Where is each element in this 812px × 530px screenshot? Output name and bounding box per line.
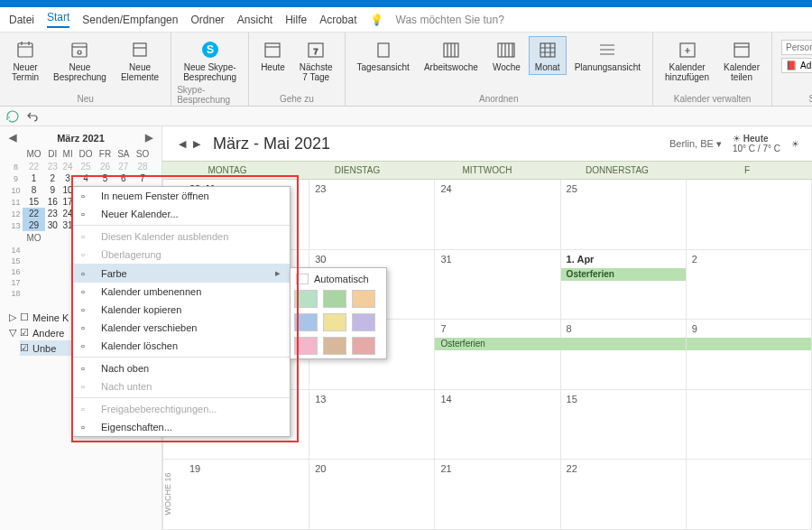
color-swatch[interactable] xyxy=(294,313,318,331)
day-cell[interactable]: 25 xyxy=(561,180,687,249)
color-swatch[interactable] xyxy=(323,337,346,355)
neue-elemente-button[interactable]: Neue Elemente xyxy=(115,36,165,85)
arbeitswoche-button[interactable]: Arbeitswoche xyxy=(418,36,484,75)
nav-day[interactable]: 22 xyxy=(23,161,45,172)
day-cell[interactable] xyxy=(687,460,812,529)
nav-day[interactable]: 15 xyxy=(23,196,45,208)
neue-besprechung-button[interactable]: Neue Besprechung xyxy=(47,36,113,85)
nav-day[interactable]: 4 xyxy=(76,172,97,184)
automatisch-item[interactable]: Automatisch xyxy=(294,272,383,286)
ctx-move[interactable]: ▫Kalender verschieben xyxy=(72,319,290,337)
day-cell[interactable]: 23 xyxy=(309,180,435,249)
adressbuch-button[interactable]: 📕Adressbuch xyxy=(781,58,812,73)
nav-day[interactable]: 23 xyxy=(45,208,60,219)
day-cell[interactable]: 7Osterferien xyxy=(435,320,560,389)
nav-day[interactable]: 28 xyxy=(133,161,152,172)
skype-besprechung-button[interactable]: SNeue Skype- Besprechung xyxy=(177,36,243,85)
location-label[interactable]: Berlin, BE ▾ xyxy=(669,138,722,150)
day-cell[interactable]: 1. AprOsterferien xyxy=(561,250,687,320)
group-label-suchen: Suchen xyxy=(809,94,812,104)
day-cell[interactable]: 24 xyxy=(435,180,560,249)
prev-month-icon[interactable]: ◀ xyxy=(9,132,16,144)
nav-day[interactable]: 30 xyxy=(45,219,60,231)
color-swatch[interactable] xyxy=(294,290,318,308)
ctx-cal[interactable]: ▫Neuer Kalender... xyxy=(72,205,290,223)
naechste-7-tage-button[interactable]: 7Nächste 7 Tage xyxy=(293,36,339,85)
menu-datei[interactable]: Datei xyxy=(9,14,34,26)
day-cell[interactable]: 2 xyxy=(687,250,812,320)
event-bar[interactable]: Osterferien xyxy=(561,268,686,281)
undo-icon[interactable] xyxy=(25,109,40,124)
day-cell[interactable]: 22 xyxy=(561,460,687,529)
woche-button[interactable]: Woche xyxy=(486,36,527,75)
neuer-termin-button[interactable]: Neuer Termin xyxy=(5,36,45,85)
menu-senden[interactable]: Senden/Empfangen xyxy=(82,14,178,26)
day-cell[interactable]: 21 xyxy=(435,460,560,529)
tagesansicht-button[interactable]: Tagesansicht xyxy=(351,36,416,75)
cal-icon: ▫ xyxy=(81,209,94,219)
planungsansicht-button[interactable]: Planungsansicht xyxy=(568,36,647,75)
color-swatch[interactable] xyxy=(294,337,318,355)
day-cell[interactable]: 9 xyxy=(687,320,812,389)
menu-acrobat[interactable]: Acrobat xyxy=(319,14,356,26)
day-cell[interactable]: 8 xyxy=(561,320,687,389)
day-cell[interactable]: 13 xyxy=(309,390,435,460)
kalender-hinzufuegen-button[interactable]: Kalender hinzufügen xyxy=(659,36,715,85)
color-swatch[interactable] xyxy=(323,290,346,308)
refresh-icon[interactable] xyxy=(5,109,20,124)
bulb-icon: 💡 xyxy=(370,14,383,26)
ctx-delete[interactable]: ▫Kalender löschen xyxy=(72,337,290,355)
kalender-teilen-button[interactable]: Kalender teilen xyxy=(717,36,766,85)
nav-day[interactable]: 16 xyxy=(45,196,60,208)
nav-day[interactable]: 2 xyxy=(45,172,60,184)
heute-button[interactable]: Heute xyxy=(254,36,291,85)
next-month-icon[interactable]: ▶ xyxy=(145,132,152,144)
nav-day[interactable]: 25 xyxy=(76,161,97,172)
nav-day[interactable]: 3 xyxy=(60,172,76,184)
menu-ansicht[interactable]: Ansicht xyxy=(237,14,272,26)
quick-access-bar xyxy=(0,107,812,126)
nav-day[interactable]: 22 xyxy=(23,208,45,219)
svg-rect-14 xyxy=(734,43,749,57)
weather-widget[interactable]: ☀ Heute10° C / 7° C xyxy=(733,134,780,153)
grid-title: März - Mai 2021 xyxy=(213,135,330,153)
day-cell[interactable] xyxy=(687,390,812,460)
ctx-color[interactable]: ▫Farbe▸ xyxy=(72,264,290,283)
nav-day[interactable]: 6 xyxy=(115,172,133,184)
day-cell[interactable]: 14 xyxy=(435,390,560,460)
day-cell[interactable]: 31 xyxy=(435,250,560,320)
personen-suchen-input[interactable] xyxy=(781,40,812,55)
day-cell[interactable]: 19 xyxy=(184,460,309,529)
tellme-label[interactable]: Was möchten Sie tun? xyxy=(396,14,504,26)
menu-start[interactable]: Start xyxy=(47,11,69,28)
menu-ordner[interactable]: Ordner xyxy=(190,14,224,26)
nav-month-label[interactable]: März 2021 xyxy=(57,133,105,144)
ctx-window[interactable]: ▫In neuem Fenster öffnen xyxy=(72,187,290,205)
day-cell[interactable]: 15 xyxy=(561,390,687,460)
nav-day[interactable]: 7 xyxy=(133,172,152,184)
ctx-rename[interactable]: ▫Kalender umbenennen xyxy=(72,283,290,301)
color-swatch[interactable] xyxy=(352,313,375,331)
ctx-props[interactable]: ▫Eigenschaften... xyxy=(72,418,290,436)
delete-icon: ▫ xyxy=(81,340,94,351)
grid-prev-icon[interactable]: ◀ xyxy=(175,138,189,150)
color-swatch[interactable] xyxy=(352,337,375,355)
nav-day[interactable]: 1 xyxy=(23,172,45,184)
nav-day[interactable]: 27 xyxy=(115,161,133,172)
ctx-up[interactable]: ▫Nach oben xyxy=(72,359,290,377)
menu-hilfe[interactable]: Hilfe xyxy=(285,14,307,26)
nav-day[interactable]: 8 xyxy=(23,184,45,196)
day-cell[interactable]: 20 xyxy=(309,460,435,529)
nav-day[interactable]: 24 xyxy=(60,161,76,172)
color-swatch[interactable] xyxy=(323,313,346,331)
nav-day[interactable]: 5 xyxy=(96,172,114,184)
nav-day[interactable]: 26 xyxy=(96,161,114,172)
grid-next-icon[interactable]: ▶ xyxy=(189,138,204,150)
nav-day[interactable]: 23 xyxy=(45,161,60,172)
monat-button[interactable]: Monat xyxy=(529,36,567,75)
day-cell[interactable] xyxy=(687,180,812,249)
color-swatch[interactable] xyxy=(352,290,375,308)
nav-day[interactable]: 29 xyxy=(23,219,45,231)
ctx-copy[interactable]: ▫Kalender kopieren xyxy=(72,301,290,319)
nav-day[interactable]: 9 xyxy=(45,184,60,196)
